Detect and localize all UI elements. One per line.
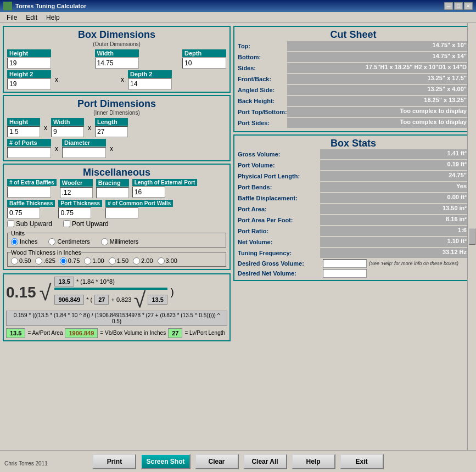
port-width-input[interactable] (51, 126, 84, 137)
cut-label: Angled Side: (238, 87, 287, 93)
common-port-walls-input[interactable] (105, 207, 138, 218)
baffle-thickness-col: Baffle Thickness (7, 200, 55, 218)
stat-label: Gross Volume: (238, 151, 320, 158)
stat-value: 0.19 ft³ (320, 160, 469, 170)
scrollbar-thumb[interactable] (469, 228, 475, 245)
cut-label: Port Sides: (238, 120, 287, 126)
wood-625-radio[interactable] (35, 257, 42, 265)
desired-net-input[interactable] (323, 269, 367, 278)
stat-label: Port Area: (238, 206, 320, 212)
clear-button[interactable]: Clear (195, 454, 239, 469)
wood-050-radio[interactable] (11, 257, 18, 265)
stat-value: 0.00 ft³ (320, 193, 469, 203)
wood-300-label: 3.00 (158, 257, 177, 265)
port-dimensions-section: Port Dimensions (Inner Dimensions) Heigh… (3, 95, 231, 162)
menu-bar: File Edit Help (0, 12, 476, 23)
units-cm-label: Centimeters (48, 238, 89, 245)
x-label-6: x (110, 145, 113, 153)
stat-row: Tuning Frequency: 33.12 Hz (238, 248, 469, 258)
exit-button[interactable]: Exit (340, 454, 384, 469)
wood-300-text: 3.00 (166, 257, 177, 264)
desired-gross-label: Desired Gross Volume: (238, 260, 323, 267)
scrollbar[interactable] (467, 23, 476, 450)
bottom-bar: Chris Torres 2011 Print Screen Shot Clea… (0, 450, 476, 472)
menu-help[interactable]: Help (42, 13, 64, 21)
port-width-col: Width (51, 118, 84, 137)
cut-label: Bottom: (238, 54, 287, 60)
cut-value: 13.25" x 17.5" (287, 74, 469, 84)
port-height-input[interactable] (7, 126, 40, 137)
help-button[interactable]: Help (292, 454, 335, 469)
lv-label: 27 (168, 328, 182, 338)
wood-150-label: 1.50 (109, 257, 128, 265)
height-input[interactable] (7, 58, 51, 69)
wood-625-text: .625 (43, 257, 55, 264)
units-inches-radio[interactable] (11, 238, 18, 245)
common-port-walls-label: # of Common Port Walls (105, 200, 173, 207)
menu-edit[interactable]: Edit (21, 13, 42, 21)
x-label-1: x (55, 76, 58, 83)
minimize-button[interactable]: ─ (444, 2, 453, 10)
vb-label: 1906.849 (65, 328, 98, 338)
desired-gross-input[interactable] (323, 259, 367, 268)
stat-value: Yes (320, 182, 469, 192)
box-stats-title: Box Stats (238, 138, 469, 150)
menu-file[interactable]: File (2, 13, 21, 21)
cut-value: Too complex to display (287, 107, 469, 117)
units-cm-text: Centimeters (57, 238, 89, 245)
extra-baffles-input[interactable] (7, 187, 51, 198)
port-thickness-input[interactable] (58, 207, 91, 218)
left-panel: Box Dimensions (Outer Dimensions) Height… (3, 26, 231, 447)
diameter-input[interactable] (62, 147, 106, 158)
sub-upward-row: Sub Upward (7, 220, 52, 228)
units-mm-radio[interactable] (101, 238, 108, 245)
depth-input[interactable] (182, 58, 226, 69)
x-label-2: x (121, 76, 124, 83)
units-radio-row: Inches Centimeters Millimeters (11, 238, 222, 245)
close-button[interactable]: ✕ (464, 2, 473, 10)
woofer-input[interactable] (60, 187, 93, 198)
baffle-thickness-input[interactable] (7, 207, 40, 218)
units-cm-radio[interactable] (48, 238, 55, 245)
port-length-col: Length (95, 118, 128, 137)
clear-all-button[interactable]: Clear All (243, 454, 287, 469)
height2-input[interactable] (7, 78, 51, 89)
cut-value: Too complex to display (287, 118, 469, 128)
vb-desc: = Vb/Box Volume in Inches (100, 330, 166, 336)
units-mm-text: Millimeters (110, 238, 139, 245)
av-desc: = Av/Port Area (27, 330, 63, 336)
extra-baffles-col: # of Extra Baffles (7, 179, 57, 198)
wood-075-radio[interactable] (60, 257, 67, 265)
height-col: Height (7, 49, 51, 69)
box-stats-rows: Gross Volume: 1.41 ft³ Port Volume: 0.19… (238, 149, 469, 258)
wood-200-radio[interactable] (133, 257, 140, 265)
stat-value: 1.10 ft³ (320, 237, 469, 247)
sub-upward-checkbox[interactable] (7, 220, 14, 227)
stat-row: Port Area: 13.50 in² (238, 204, 469, 214)
num-ports-input[interactable] (7, 147, 51, 158)
sqrt-symbol: √ (40, 284, 52, 301)
misc-title: Miscellaneous (7, 167, 226, 179)
cut-label: Front/Back: (238, 76, 287, 82)
print-button[interactable]: Print (92, 454, 136, 469)
port-length-input[interactable] (95, 126, 128, 137)
x-label-4: x (88, 124, 91, 132)
stat-row: Baffle Displacement: 0.00 ft³ (238, 193, 469, 203)
stat-label: Port Bends: (238, 184, 320, 190)
ext-port-input[interactable] (132, 187, 165, 198)
wood-100-radio[interactable] (84, 257, 91, 265)
wood-thickness-legend: Wood Thickness in Inches (11, 249, 81, 256)
width-input[interactable] (95, 58, 139, 69)
stat-row: Port Bends: Yes (238, 182, 469, 192)
bracing-input[interactable] (96, 187, 129, 198)
port-dimensions-subtitle: (Inner Dimensions) (7, 110, 226, 116)
wood-300-radio[interactable] (158, 257, 165, 265)
depth2-input[interactable] (128, 78, 172, 89)
restore-button[interactable]: □ (454, 2, 463, 10)
wood-150-radio[interactable] (109, 257, 116, 265)
screenshot-button[interactable]: Screen Shot (141, 454, 190, 469)
port-upward-checkbox[interactable] (63, 220, 70, 227)
formula-times1: * (1.84 * 10^8) (76, 278, 115, 285)
cut-sheet-rows: Top: 14.75" x 10" Bottom: 14.75" x 14" S… (238, 41, 469, 128)
ext-port-label: Length of External Port (132, 179, 198, 186)
